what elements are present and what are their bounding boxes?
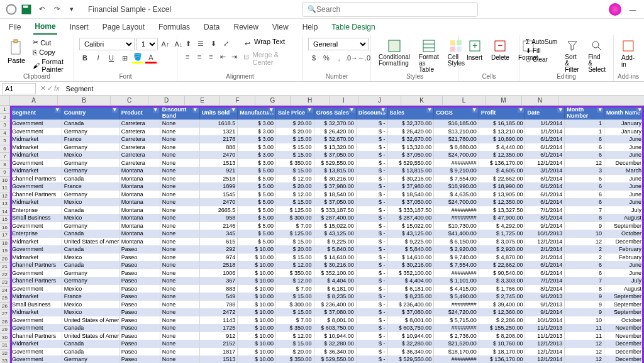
cell[interactable]: $ 22,662.00: [479, 175, 525, 183]
cell[interactable]: $ 3.00: [238, 135, 276, 143]
align-left-icon[interactable]: ≡: [182, 51, 193, 62]
cell[interactable]: $ 9,225.00: [387, 238, 434, 246]
table-row[interactable]: Channel PartnersCanadaPaseoNone2518$ 10.…: [10, 261, 644, 269]
cell[interactable]: None: [160, 175, 199, 183]
table-row[interactable]: Channel PartnersCanadaMontanaNone2518$ 5…: [10, 175, 644, 183]
cell[interactable]: $ 4,440.00: [479, 143, 525, 152]
cell[interactable]: Carretera: [119, 128, 160, 136]
cell[interactable]: Paseo: [119, 355, 160, 363]
table-row[interactable]: MidmarketMexicoPaseoNone2472$ 10.00$ 15.…: [10, 308, 644, 316]
cell[interactable]: $ 5.00: [238, 175, 276, 183]
cell[interactable]: Montana: [119, 191, 160, 199]
table-header[interactable]: Month Number▾: [565, 106, 604, 120]
cell[interactable]: 6/1/2014: [525, 269, 565, 277]
cell[interactable]: $ 13,320.00: [387, 143, 434, 152]
cell[interactable]: Midmarket: [10, 238, 62, 246]
cell[interactable]: $ 7,554.00: [434, 175, 479, 183]
cell[interactable]: $ 3.00: [238, 120, 276, 128]
cell[interactable]: 12: [565, 348, 604, 356]
cell[interactable]: $ 20.00: [275, 128, 314, 136]
cell[interactable]: $ 4,404.00: [387, 277, 434, 285]
cell[interactable]: Mexico: [62, 308, 119, 316]
cell[interactable]: 9/1/2014: [525, 222, 565, 230]
cell[interactable]: June: [604, 151, 644, 159]
tab-help[interactable]: Help: [301, 20, 319, 34]
tab-page-layout[interactable]: Page Layout: [101, 20, 146, 34]
cell[interactable]: 12/1/2014: [525, 348, 565, 356]
cell[interactable]: 883: [199, 285, 238, 293]
cell[interactable]: $ 3.00: [238, 143, 276, 152]
align-bottom-icon[interactable]: ⬇: [208, 38, 219, 49]
cell[interactable]: $ 6,150.00: [434, 238, 479, 246]
cell[interactable]: $ 10,944.00: [387, 332, 434, 340]
cell[interactable]: $ 12.00: [275, 191, 314, 199]
table-row[interactable]: MidmarketMexicoCarreteraNone2470$ 3.00$ …: [10, 151, 644, 159]
cell[interactable]: Enterprise: [10, 230, 62, 238]
cell[interactable]: None: [160, 340, 199, 348]
align-middle-icon[interactable]: ☰: [195, 38, 206, 49]
cell[interactable]: Paseo: [119, 254, 160, 262]
cell[interactable]: Midmarket: [10, 198, 62, 206]
cell[interactable]: 7/1/2014: [525, 206, 565, 215]
cell[interactable]: $ -: [356, 167, 387, 175]
cell[interactable]: Midmarket: [10, 167, 62, 175]
col-header[interactable]: K: [401, 96, 443, 105]
spreadsheet-grid[interactable]: ABCDEFGHIJKLMN 1234567891011121314151617…: [0, 96, 644, 363]
table-header[interactable]: Units Sold▾: [199, 106, 238, 120]
cell[interactable]: Carretera: [119, 159, 160, 167]
cell[interactable]: 6/1/2014: [525, 135, 565, 143]
cell[interactable]: $ 36,340.00: [314, 348, 356, 356]
cell[interactable]: United States of America: [62, 332, 119, 340]
cell[interactable]: None: [160, 128, 199, 136]
cell[interactable]: $ 7,554.00: [434, 261, 479, 269]
cell[interactable]: $ 26,420.00: [387, 128, 434, 136]
filter-dropdown-icon[interactable]: ▾: [230, 106, 236, 113]
cell[interactable]: June: [604, 261, 644, 269]
cell[interactable]: Montana: [119, 238, 160, 246]
cell[interactable]: $ 333,187.50: [387, 206, 434, 215]
cell[interactable]: Paseo: [119, 285, 160, 293]
table-header[interactable]: Gross Sales▾: [314, 106, 356, 120]
cell[interactable]: $ 15.00: [275, 198, 314, 206]
cell[interactable]: 549: [199, 293, 238, 301]
row-header[interactable]: 27: [0, 310, 10, 318]
cell[interactable]: 1513: [199, 159, 238, 167]
orientation-icon[interactable]: ⤢: [220, 38, 231, 49]
cell[interactable]: None: [160, 230, 199, 238]
filter-dropdown-icon[interactable]: ▾: [349, 106, 355, 113]
cell[interactable]: 9/1/2013: [525, 301, 565, 309]
cell[interactable]: $ 136,170.00: [479, 159, 525, 167]
col-header[interactable]: D: [148, 96, 185, 105]
cell[interactable]: 8/1/2014: [525, 285, 565, 293]
paste-button[interactable]: Paste: [5, 38, 28, 65]
cell[interactable]: $ -: [356, 254, 387, 262]
cell[interactable]: $ 9,740.00: [434, 254, 479, 262]
cell[interactable]: $ 13,327.50: [479, 206, 525, 215]
row-header[interactable]: 3: [0, 121, 10, 130]
cell[interactable]: $ 4,415.00: [434, 285, 479, 293]
cell[interactable]: $ 15.00: [275, 151, 314, 159]
cell[interactable]: $ 3.00: [238, 159, 276, 167]
insert-cells-button[interactable]: +Insert: [464, 38, 485, 62]
row-header[interactable]: 32: [0, 350, 10, 358]
fx-icon[interactable]: fx: [54, 84, 60, 92]
cell[interactable]: 12: [565, 355, 604, 363]
cell[interactable]: $ 13,815.00: [314, 167, 356, 175]
cell[interactable]: None: [160, 301, 199, 309]
cell[interactable]: 788: [199, 301, 238, 309]
table-header[interactable]: COGS▾: [434, 106, 479, 120]
cell[interactable]: 1006: [199, 269, 238, 277]
row-header[interactable]: 14: [0, 208, 10, 216]
cell[interactable]: $ 10.00: [238, 301, 276, 309]
border-button[interactable]: ⊞: [119, 52, 130, 64]
table-header[interactable]: Product▾: [119, 106, 160, 120]
cell[interactable]: September: [604, 308, 644, 316]
cell[interactable]: December: [604, 159, 644, 167]
cell[interactable]: $ 6,181.00: [314, 285, 356, 293]
cell[interactable]: $ 12.00: [275, 261, 314, 269]
cell[interactable]: Small Business: [10, 301, 62, 309]
cell[interactable]: Montana: [119, 230, 160, 238]
row-header[interactable]: 13: [0, 200, 10, 208]
table-row[interactable]: MidmarketMexicoMontanaNone2470$ 5.00$ 15…: [10, 198, 644, 206]
cell[interactable]: $ 3.00: [238, 151, 276, 159]
